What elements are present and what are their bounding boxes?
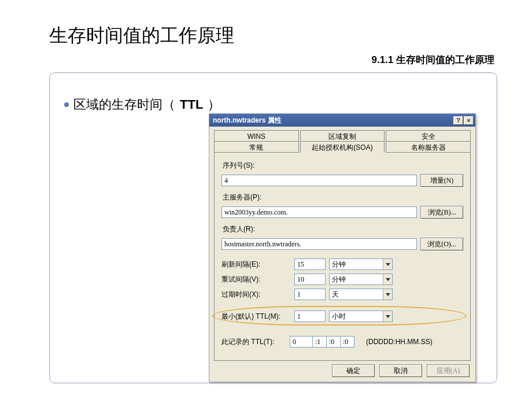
expire-unit-value: 天 — [330, 289, 383, 300]
responsible-label: 负责人(R): — [223, 224, 463, 234]
retry-unit-select[interactable]: 分钟 — [329, 274, 393, 285]
expire-unit-select[interactable]: 天 — [329, 289, 393, 300]
tab-wins[interactable]: WINS — [214, 130, 299, 142]
dialog-buttons: 确定 取消 应用(A) — [209, 361, 475, 382]
chevron-down-icon — [383, 311, 392, 322]
responsible-input[interactable] — [221, 238, 417, 250]
slide-title: 生存时间值的工作原理 — [0, 0, 532, 49]
tab-zone-transfer[interactable]: 区域复制 — [300, 130, 385, 142]
chevron-down-icon — [383, 289, 392, 300]
bullet-text-strong: TTL — [180, 97, 203, 112]
slide-subtitle: 9.1.1 生存时间值的工作原理 — [0, 49, 532, 66]
expire-input[interactable] — [294, 289, 326, 300]
apply-button[interactable]: 应用(A) — [427, 364, 470, 377]
help-button[interactable]: ? — [453, 116, 463, 125]
chevron-down-icon — [383, 259, 392, 269]
content-panel: 区域的生存时间（TTL） north.nwtraders 属性 ? × WINS… — [49, 72, 497, 383]
minttl-label: 最小(默认) TTL(M): — [221, 312, 291, 322]
retry-unit-value: 分钟 — [330, 274, 383, 285]
tab-general[interactable]: 常规 — [214, 141, 299, 153]
refresh-unit-value: 分钟 — [330, 259, 383, 269]
cancel-button[interactable]: 取消 — [379, 364, 422, 377]
retry-label: 重试间隔(V): — [221, 275, 291, 285]
bullet-text-2: ） — [208, 96, 220, 113]
refresh-label: 刷新间隔(E): — [221, 260, 291, 269]
ttl-hours-input[interactable] — [313, 336, 327, 348]
tab-body: 序列号(S): 增量(N) 主服务器(P): 浏览(B)... 负责人(R): … — [214, 153, 471, 361]
expire-label: 过期时间(X): — [221, 290, 291, 300]
properties-dialog: north.nwtraders 属性 ? × WINS 区域复制 安全 常规 起… — [209, 113, 476, 382]
increment-button[interactable]: 增量(N) — [420, 174, 463, 187]
titlebar[interactable]: north.nwtraders 属性 ? × — [209, 114, 475, 127]
ttl-days-input[interactable] — [290, 336, 313, 348]
bullet-text-1: 区域的生存时间（ — [73, 96, 175, 113]
browse-primary-button[interactable]: 浏览(B)... — [420, 206, 463, 219]
tab-soa[interactable]: 起始授权机构(SOA) — [300, 141, 385, 153]
bullet-icon — [64, 102, 69, 107]
ok-button[interactable]: 确定 — [332, 364, 375, 377]
primary-input[interactable] — [221, 206, 417, 218]
record-ttl-label: 此记录的 TTL(T): — [221, 337, 286, 347]
tabs-area: WINS 区域复制 安全 常规 起始授权机构(SOA) 名称服务器 序列号(S)… — [209, 127, 475, 361]
tab-security[interactable]: 安全 — [386, 130, 471, 142]
minttl-unit-select[interactable]: 小时 — [329, 311, 393, 322]
chevron-down-icon — [383, 274, 392, 285]
ttl-format-hint: (DDDDD:HH.MM.SS) — [366, 338, 433, 346]
tab-name-servers[interactable]: 名称服务器 — [386, 141, 471, 153]
serial-input[interactable] — [221, 175, 417, 186]
titlebar-text: north.nwtraders 属性 — [213, 116, 453, 125]
refresh-unit-select[interactable]: 分钟 — [329, 258, 393, 270]
refresh-input[interactable] — [294, 258, 326, 270]
ttl-seconds-input[interactable] — [341, 336, 354, 348]
minttl-unit-value: 小时 — [330, 311, 383, 322]
primary-label: 主服务器(P): — [223, 193, 463, 202]
minttl-input[interactable] — [294, 311, 326, 322]
serial-label: 序列号(S): — [223, 161, 463, 171]
browse-responsible-button[interactable]: 浏览(O)... — [420, 238, 463, 250]
close-button[interactable]: × — [464, 116, 474, 125]
ttl-minutes-input[interactable] — [327, 336, 341, 348]
retry-input[interactable] — [294, 274, 326, 285]
bullet-item: 区域的生存时间（TTL） — [50, 73, 497, 113]
